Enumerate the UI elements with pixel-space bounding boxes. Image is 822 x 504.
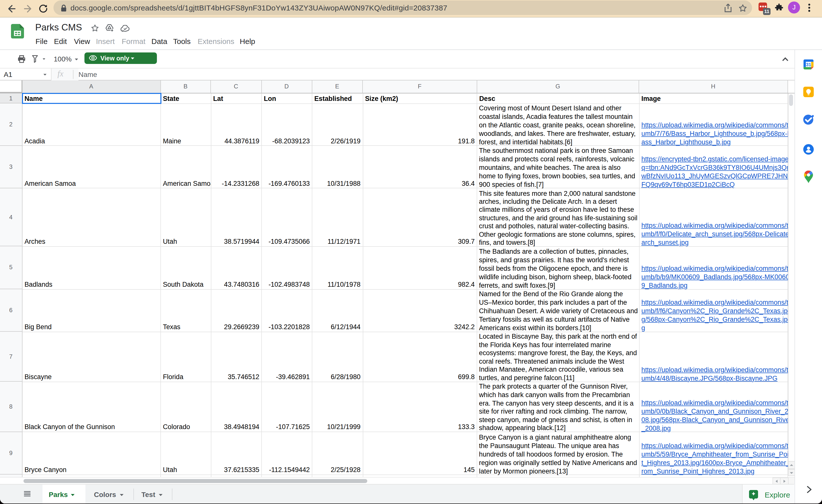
svg-text:31: 31 — [806, 62, 811, 67]
